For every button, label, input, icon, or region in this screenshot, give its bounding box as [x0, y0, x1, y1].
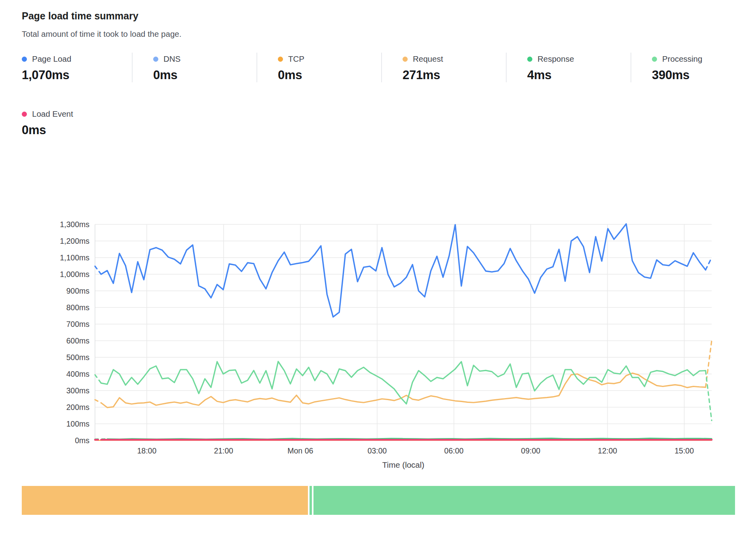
- x-axis-tick-label: 15:00: [674, 446, 694, 455]
- stat-dns: DNS 0ms: [132, 53, 256, 82]
- x-axis-title: Time (local): [382, 460, 424, 469]
- chart-svg[interactable]: 0ms100ms200ms300ms400ms500ms600ms700ms80…: [0, 174, 756, 485]
- stat-response: Response 4ms: [506, 53, 631, 82]
- chart-grid: [95, 224, 712, 440]
- y-axis-tick-label: 200ms: [66, 403, 89, 412]
- stat-value: 0ms: [278, 68, 381, 82]
- y-axis-tick-label: 1,000ms: [60, 270, 89, 279]
- legend-stats-row-2: Load Event 0ms: [22, 108, 132, 137]
- stat-tcp: TCP 0ms: [256, 53, 381, 82]
- stat-value: 390ms: [652, 68, 755, 82]
- y-axis-tick-label: 600ms: [66, 336, 89, 345]
- processing-line: [95, 362, 712, 421]
- tcp-dot-icon: [278, 57, 283, 62]
- stat-label: Processing: [662, 54, 702, 64]
- stat-value: 271ms: [403, 68, 506, 82]
- page-title: Page load time summary: [22, 10, 139, 22]
- load-time-chart[interactable]: 0ms100ms200ms300ms400ms500ms600ms700ms80…: [0, 174, 756, 485]
- request-dot-icon: [403, 57, 408, 62]
- page-load-summary-panel: Page load time summary Total amount of t…: [0, 0, 756, 535]
- brush-segment-processing[interactable]: [313, 486, 735, 515]
- y-axis-tick-label: 1,100ms: [60, 253, 89, 262]
- y-axis-tick-label: 800ms: [66, 303, 89, 312]
- y-axis-tick-label: 300ms: [66, 386, 89, 395]
- x-axis-tick-label: 03:00: [367, 446, 387, 455]
- x-axis-tick-label: 21:00: [214, 446, 233, 455]
- stat-request: Request 271ms: [381, 53, 506, 82]
- stat-page-load: Page Load 1,070ms: [22, 53, 132, 82]
- y-axis-tick-label: 1,300ms: [60, 220, 89, 229]
- stat-value: 1,070ms: [22, 68, 132, 82]
- y-axis-tick-label: 0ms: [75, 436, 89, 445]
- stat-label: Request: [413, 54, 443, 64]
- y-axis-tick-label: 500ms: [66, 353, 89, 362]
- stat-value: 0ms: [153, 68, 256, 82]
- y-axis-tick-label: 700ms: [66, 320, 89, 328]
- legend-stats-row: Page Load 1,070ms DNS 0ms TCP 0ms Reques…: [22, 53, 755, 82]
- stat-value: 0ms: [22, 123, 132, 137]
- y-axis-tick-label: 400ms: [66, 370, 89, 378]
- stat-processing: Processing 390ms: [631, 53, 755, 82]
- time-range-brush-bar[interactable]: [22, 486, 735, 515]
- y-axis-tick-label: 900ms: [66, 286, 89, 295]
- stat-label: Response: [538, 54, 574, 64]
- x-axis-tick-label: Mon 06: [287, 446, 313, 455]
- brush-segment-request[interactable]: [22, 486, 308, 515]
- page-load-dot-icon: [22, 57, 27, 62]
- x-axis-tick-label: 06:00: [444, 446, 463, 455]
- page_load-line: [95, 224, 712, 317]
- dns-dot-icon: [153, 57, 158, 62]
- stat-label: Load Event: [32, 109, 73, 119]
- stat-load-event: Load Event 0ms: [22, 108, 132, 137]
- processing-dot-icon: [652, 57, 657, 62]
- stat-label: Page Load: [32, 54, 71, 64]
- x-axis-tick-label: 18:00: [137, 446, 156, 455]
- stat-label: DNS: [163, 54, 180, 64]
- page-subtitle: Total amount of time it took to load the…: [22, 29, 181, 39]
- y-axis-tick-label: 100ms: [66, 419, 89, 428]
- stat-label: TCP: [288, 54, 304, 64]
- load-event-dot-icon: [22, 112, 27, 117]
- x-axis-tick-label: 12:00: [598, 446, 617, 455]
- y-axis-tick-label: 1,200ms: [60, 237, 89, 245]
- x-axis-tick-label: 09:00: [521, 446, 540, 455]
- stat-value: 4ms: [527, 68, 631, 82]
- response-dot-icon: [527, 57, 532, 62]
